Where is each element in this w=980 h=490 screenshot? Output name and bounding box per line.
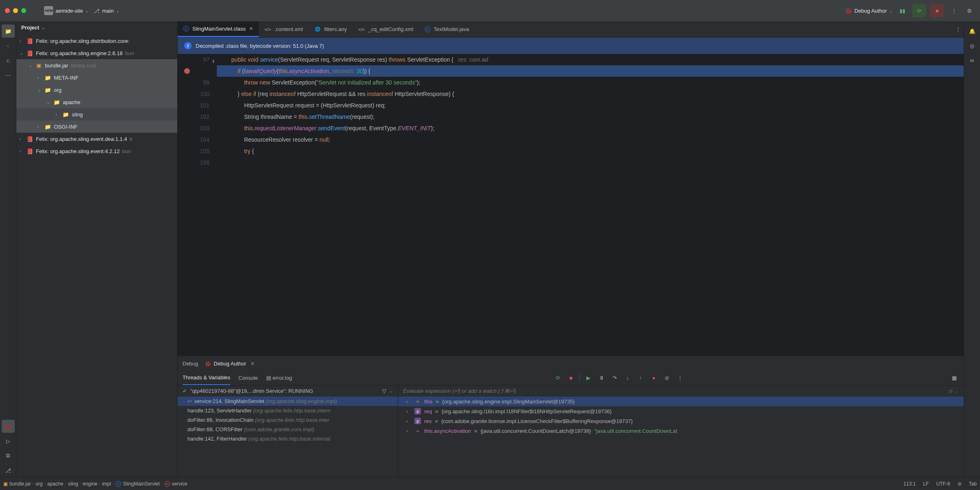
minimize-window[interactable] xyxy=(13,8,18,13)
code-line[interactable]: if (!awaitQuietly(this.asyncActivation, … xyxy=(217,65,964,77)
git-branch-selector[interactable]: ⎇ main ⌄ xyxy=(94,8,119,14)
errorlog-tab[interactable]: ▤ error.log xyxy=(266,371,292,385)
stack-frame[interactable]: ↩service:214, SlingMainServlet (org.apac… xyxy=(178,396,398,406)
tree-row[interactable]: ›📕Felix: org.apache.sling.event.dea:1.1.… xyxy=(16,133,177,145)
more-actions-icon[interactable]: ⋮ xyxy=(948,5,960,16)
step-into-icon[interactable]: ↓ xyxy=(623,374,632,383)
debug-session-tab[interactable]: 🐞 Debug Author ✕ xyxy=(205,361,255,367)
editor-tab[interactable]: CSlingMainServlet.class✕ xyxy=(178,21,259,37)
readonly-icon[interactable]: ⊘ xyxy=(958,481,962,487)
rerun-icon[interactable]: ⟳ xyxy=(553,374,562,383)
pause-button[interactable]: ▮▮ xyxy=(897,5,908,16)
maven-icon[interactable]: m xyxy=(966,54,979,67)
thread-status[interactable]: "qtp460219740-88"@19,...dmin Service": R… xyxy=(190,388,313,394)
stack-frame[interactable]: doFilter:88, CORSFilter (com.adobe.grani… xyxy=(178,425,398,434)
indent-setting[interactable]: Tab xyxy=(969,481,977,487)
run-config-selector[interactable]: 🐞 Debug Author ⌄ xyxy=(845,7,893,14)
run-tool-icon[interactable]: ▷ xyxy=(2,434,15,448)
filter-icon[interactable]: ▽ xyxy=(382,388,386,394)
stack-frame[interactable]: doFilter:86, InvocationChain (org.apache… xyxy=(178,415,398,425)
editor-gutter[interactable]: ⬆ 9799100101102103104105106 xyxy=(178,54,217,356)
breadcrumb-item[interactable]: C SlingMainServlet xyxy=(116,481,160,487)
terminal-tool-icon[interactable]: ⧉ xyxy=(2,449,15,462)
ai-assistant-icon[interactable]: ◎ xyxy=(966,39,979,52)
stop-button[interactable]: ■ xyxy=(930,4,944,18)
debug-tool-icon[interactable]: 🐞 xyxy=(2,420,15,433)
tree-row[interactable]: ⌄📕Felix: org.apache.sling.engine:2.6.18b… xyxy=(16,47,177,59)
evaluate-input[interactable]: Evaluate expression (⏎) or add a watch (… xyxy=(398,385,964,396)
project-tool-icon[interactable]: 📁 xyxy=(2,24,15,38)
commit-tool-icon[interactable]: ◦ xyxy=(2,39,15,52)
breadcrumb-item[interactable]: engine xyxy=(83,481,98,487)
breadcrumb-item[interactable]: apache xyxy=(47,481,63,487)
pause-icon[interactable]: ⏸ xyxy=(597,374,606,383)
debug-tab[interactable]: Debug xyxy=(183,361,198,367)
code-line[interactable]: } else if (req instanceof HttpServletReq… xyxy=(217,88,964,100)
editor-tab[interactable]: CTextModel.java xyxy=(419,21,475,37)
close-window[interactable] xyxy=(5,8,10,13)
close-icon[interactable]: ✕ xyxy=(249,26,253,31)
code-editor[interactable]: ⬆ 9799100101102103104105106 public void … xyxy=(178,54,964,356)
project-tree[interactable]: ›📕Felix: org.apache.sling.distribution.c… xyxy=(16,34,177,477)
editor-tab[interactable]: </>.content.xml xyxy=(259,21,309,37)
code-line[interactable]: HttpServletRequest request = (HttpServle… xyxy=(217,100,964,111)
code-line[interactable]: this.requestListenerManager.sendEvent(re… xyxy=(217,122,964,134)
branch-icon: ⎇ xyxy=(94,8,100,14)
threads-vars-tab[interactable]: Threads & Variables xyxy=(183,371,230,385)
resume-icon[interactable]: ▶ xyxy=(584,374,593,383)
layout-icon[interactable]: ▦ xyxy=(950,374,959,383)
breadcrumb-item[interactable]: impl xyxy=(102,481,111,487)
breadcrumb-item[interactable]: m service xyxy=(165,481,187,487)
chevron-down-icon[interactable]: ⌄ xyxy=(390,389,393,393)
variable-row[interactable]: ›≡this = {org.apache.sling.engine.impl.S… xyxy=(398,396,964,406)
breadcrumb-item[interactable]: ▣ bundle.jar xyxy=(3,481,31,487)
pull-requests-icon[interactable]: ⎌ xyxy=(2,54,15,67)
stack-frame[interactable]: handle:142, FilterHandler (org.apache.fe… xyxy=(178,434,398,443)
variable-row[interactable]: ›∞this.asyncActivation = {java.util.conc… xyxy=(398,426,964,436)
notifications-icon[interactable]: 🔔 xyxy=(966,24,979,38)
line-separator[interactable]: LF xyxy=(923,481,929,487)
code-line[interactable]: ResourceResolver resolver = null; xyxy=(217,134,964,145)
add-watch-icon[interactable]: ⊕ ⌄ xyxy=(948,388,959,394)
breadcrumb-item[interactable]: org xyxy=(36,481,42,487)
tree-row[interactable]: ›📕Felix: org.apache.sling.event:4.2.12bu… xyxy=(16,145,177,157)
close-icon[interactable]: ✕ xyxy=(250,361,255,367)
view-breakpoints-icon[interactable]: ● xyxy=(649,374,658,383)
variable-row[interactable]: ›pres = {com.adobe.granite.license.impl.… xyxy=(398,416,964,426)
editor-tab[interactable]: </>_cq_editConfig.xml xyxy=(353,21,419,37)
editor-tab[interactable]: 🌐filters.any xyxy=(309,21,353,37)
tree-row[interactable]: ⌄📁apache xyxy=(16,96,177,108)
more-icon[interactable]: ⋮ xyxy=(675,374,684,383)
console-tab[interactable]: Console xyxy=(238,371,258,385)
mute-breakpoints-icon[interactable]: ⊘ xyxy=(662,374,671,383)
stack-frame[interactable]: handle:123, ServletHandler (org.apache.f… xyxy=(178,406,398,415)
more-tools-icon[interactable]: ⋯ xyxy=(2,69,15,82)
code-line[interactable]: String threadName = this.setThreadName(r… xyxy=(217,111,964,122)
project-panel-header[interactable]: Project ⌄ xyxy=(16,21,177,34)
code-line[interactable]: throw new ServletException("Servlet not … xyxy=(217,77,964,88)
variable-row[interactable]: ›preq = {org.apache.sling.i18n.impl.I18N… xyxy=(398,406,964,416)
frames-list[interactable]: ↩service:214, SlingMainServlet (org.apac… xyxy=(178,396,398,477)
tree-row[interactable]: ⌄▣bundle.jarlibrary root xyxy=(16,59,177,71)
rerun-button[interactable]: ⟳ xyxy=(912,4,926,18)
vcs-tool-icon[interactable]: ⎇ xyxy=(2,464,15,477)
project-selector[interactable]: AEM aemide-site ⌄ xyxy=(44,6,89,15)
file-encoding[interactable]: UTF-8 xyxy=(936,481,950,487)
tree-row[interactable]: ⌄📁org xyxy=(16,84,177,96)
settings-icon[interactable]: ⚙ xyxy=(964,5,975,16)
tabs-more-icon[interactable]: ⋮ xyxy=(952,24,964,35)
stop-icon[interactable]: ■ xyxy=(566,374,575,383)
tree-row[interactable]: ›📁OSGI-INF xyxy=(16,120,177,133)
step-out-icon[interactable]: ↑ xyxy=(636,374,645,383)
maximize-window[interactable] xyxy=(21,8,26,13)
variables-list[interactable]: ›≡this = {org.apache.sling.engine.impl.S… xyxy=(398,396,964,477)
code-line[interactable]: try { xyxy=(217,145,964,157)
code-line[interactable]: public void service(ServletRequest req, … xyxy=(217,54,964,65)
tree-row[interactable]: ›📕Felix: org.apache.sling.distribution.c… xyxy=(16,35,177,47)
breakpoint-icon[interactable] xyxy=(184,68,190,74)
tree-row[interactable]: ›📁sling xyxy=(16,108,177,120)
breadcrumb-item[interactable]: sling xyxy=(68,481,78,487)
tree-row[interactable]: ›📁META-INF xyxy=(16,71,177,84)
caret-position[interactable]: 113:1 xyxy=(904,481,916,487)
step-over-icon[interactable]: ↷ xyxy=(610,374,619,383)
